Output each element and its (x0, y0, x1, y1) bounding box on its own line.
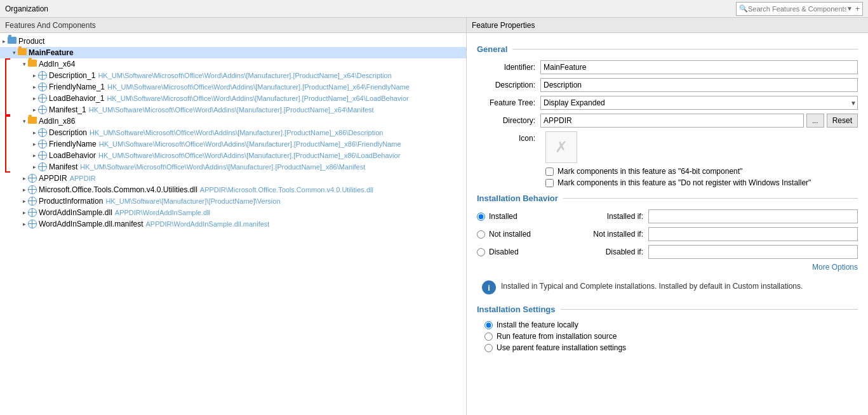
app-title: Organization (5, 4, 48, 13)
radio-source[interactable] (484, 333, 493, 341)
tree-item-label: Manifest_1 (49, 105, 86, 114)
globe-icon (28, 220, 39, 229)
tree-item[interactable]: ▸Description_1HK_UM\Software\Microsoft\O… (0, 70, 466, 81)
more-options-link[interactable]: More Options (477, 263, 858, 272)
installed-if-input[interactable] (648, 209, 858, 223)
info-box: i Installed in Typical and Complete inst… (477, 277, 858, 298)
globe-icon (28, 185, 39, 195)
expand-arrow[interactable]: ▸ (30, 152, 38, 159)
tree-item-label: Description (49, 128, 87, 137)
radio-notinstalled[interactable] (477, 230, 485, 239)
checkbox-noregister[interactable] (545, 179, 554, 187)
tree-item-path: APPDIR\WordAddInSample.dll.manifest (146, 220, 270, 228)
expand-arrow[interactable]: ▸ (0, 37, 8, 45)
description-input[interactable] (540, 78, 858, 92)
expand-arrow[interactable]: ▾ (10, 49, 18, 56)
tree-item[interactable]: ▸FriendlyName_1HK_UM\Software\Microsoft\… (0, 81, 466, 93)
tree-item[interactable]: ▸LoadBehavior_1HK_UM\Software\Microsoft\… (0, 93, 466, 104)
notinstalled-if-input[interactable] (648, 227, 858, 241)
radio-source-label: Run feature from installation source (497, 332, 617, 341)
radio-installed[interactable] (477, 213, 485, 221)
left-panel-header: Features And Components (0, 18, 466, 33)
install-settings: Install the feature locally Run feature … (477, 320, 858, 352)
section-install-settings: Installation Settings Install the featur… (477, 305, 858, 352)
tree-item[interactable]: ▾AddIn_x86 (0, 115, 466, 127)
folder-blue-icon (8, 37, 18, 46)
radio-local[interactable] (484, 321, 493, 329)
expand-arrow[interactable]: ▸ (30, 140, 38, 148)
disabled-if-label: Disabled if: (591, 247, 648, 256)
directory-browse-button[interactable]: ... (806, 114, 824, 128)
globe-icon (38, 128, 49, 138)
tree-item-label: MainFeature (29, 48, 74, 57)
tree-item[interactable]: ▸ProductInformationHK_UM\Software\[Manuf… (0, 195, 466, 207)
install-disabled-row: Disabled Disabled if: (477, 245, 858, 259)
expand-arrow[interactable]: ▸ (20, 186, 28, 194)
tree-item-label: Description_1 (49, 71, 95, 80)
feature-tree-select-wrapper: Display Expanded Display Collapsed Hidde… (540, 96, 858, 110)
tree-item[interactable]: ▸Product (0, 36, 466, 47)
tree-item-path: APPDIR\WordAddInSample.dll (115, 209, 210, 216)
globe-icon (38, 151, 49, 161)
tree-item-path: HK_UM\Software\Microsoft\Office\Word\Add… (89, 106, 374, 114)
search-box[interactable]: 🔍 ▼ + (736, 2, 863, 16)
expand-arrow[interactable]: ▸ (30, 95, 38, 102)
tree-item[interactable]: ▸WordAddInSample.dllAPPDIR\WordAddInSamp… (0, 207, 466, 218)
globe-icon (38, 105, 49, 115)
tree-item-path: HK_UM\Software\Microsoft\Office\Word\Add… (107, 95, 408, 102)
expand-arrow[interactable]: ▸ (30, 83, 38, 91)
globe-icon (28, 197, 39, 206)
radio-notinstalled-col: Not installed (477, 230, 591, 239)
directory-reset-button[interactable]: Reset (827, 114, 858, 128)
disabled-if-input[interactable] (648, 245, 858, 259)
icon-row: Icon: ✗ (477, 131, 858, 163)
tree-item[interactable]: ▸Manifest_1HK_UM\Software\Microsoft\Offi… (0, 104, 466, 115)
tree-item-path: HK_UM\Software\Microsoft\Office\Word\Add… (99, 140, 401, 148)
radio-installed-label: Installed (489, 212, 517, 221)
tree-item[interactable]: ▸Microsoft.Office.Tools.Common.v4.0.Util… (0, 184, 466, 195)
installed-if-label: Installed if: (591, 212, 648, 221)
tree-item-label: WordAddInSample.dll (39, 208, 112, 217)
right-panel-header: Feature Properties (467, 18, 868, 33)
search-box-icons: ▼ + (846, 4, 860, 13)
tree-area[interactable]: ▸Product▾MainFeature▾AddIn_x64▸Descripti… (0, 33, 466, 415)
globe-icon (38, 140, 49, 149)
checkbox-64bit[interactable] (545, 168, 554, 176)
expand-arrow[interactable]: ▸ (30, 163, 38, 171)
expand-arrow[interactable]: ▸ (30, 106, 38, 114)
tree-item-label: AddIn_x86 (39, 117, 75, 126)
plus-icon[interactable]: + (855, 4, 860, 13)
tree-item-path: HK_UM\Software\[Manufacturer]\[ProductNa… (105, 197, 280, 205)
feature-tree-select[interactable]: Display Expanded Display Collapsed Hidde… (540, 96, 858, 110)
radio-disabled[interactable] (477, 248, 485, 256)
tree-item[interactable]: ▾AddIn_x64 (0, 58, 466, 70)
tree-item[interactable]: ▸APPDIRAPPDIR (0, 173, 466, 184)
expand-arrow[interactable]: ▸ (20, 175, 28, 182)
dropdown-arrow-icon[interactable]: ▼ (846, 5, 853, 12)
tree-item-label: APPDIR (39, 174, 67, 183)
expand-arrow[interactable]: ▾ (20, 117, 28, 125)
tree-item[interactable]: ▸DescriptionHK_UM\Software\Microsoft\Off… (0, 127, 466, 138)
section-install-behavior: Installation Behavior Installed Installe… (477, 194, 858, 298)
radio-parent-label: Use parent feature installation settings (497, 343, 626, 352)
expand-arrow[interactable]: ▸ (20, 197, 28, 205)
tree-item[interactable]: ▸LoadBehaviorHK_UM\Software\Microsoft\Of… (0, 150, 466, 161)
expand-arrow[interactable]: ▸ (30, 72, 38, 79)
install-installed-row: Installed Installed if: (477, 209, 858, 223)
tree-item-label: WordAddInSample.dll.manifest (39, 220, 144, 228)
tree-item[interactable]: ▸FriendlyNameHK_UM\Software\Microsoft\Of… (0, 138, 466, 150)
tree-item[interactable]: ▾MainFeature (0, 47, 466, 58)
radio-parent[interactable] (484, 344, 493, 352)
identifier-input[interactable] (540, 60, 858, 74)
tree-item[interactable]: ▸ManifestHK_UM\Software\Microsoft\Office… (0, 161, 466, 173)
tree-item[interactable]: ▸WordAddInSample.dll.manifestAPPDIR\Word… (0, 218, 466, 230)
description-row: Description: (477, 78, 858, 92)
search-input[interactable] (748, 5, 846, 13)
expand-arrow[interactable]: ▾ (20, 60, 28, 68)
expand-arrow[interactable]: ▸ (20, 209, 28, 216)
expand-arrow[interactable]: ▸ (30, 129, 38, 136)
tree-item-path: HK_UM\Software\Microsoft\Office\Word\Add… (80, 163, 365, 171)
expand-arrow[interactable]: ▸ (20, 220, 28, 228)
search-magnifier-icon: 🔍 (739, 4, 748, 13)
directory-input[interactable] (540, 114, 804, 128)
